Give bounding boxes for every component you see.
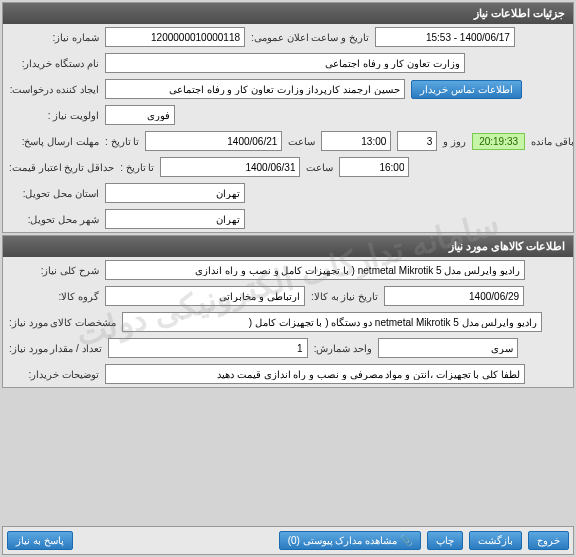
validity-label: حداقل تاریخ اعتبار قیمت: — [9, 162, 114, 173]
buyer-label: نام دستگاه خریدار: — [9, 58, 99, 69]
contact-buyer-button[interactable]: اطلاعات تماس خریدار — [411, 80, 522, 99]
view-attachments-button[interactable]: 📎 مشاهده مدارک پیوستی (0) — [279, 531, 421, 550]
need-date-label: تاریخ نیاز به کالا: — [311, 291, 378, 302]
footer-bar: خروج بازگشت چاپ 📎 مشاهده مدارک پیوستی (0… — [2, 526, 574, 555]
validity-date-field[interactable] — [160, 157, 300, 177]
days-and-label: روز و — [443, 136, 466, 147]
req-no-field[interactable] — [105, 27, 245, 47]
delivery-province-label: استان محل تحویل: — [9, 188, 99, 199]
print-button[interactable]: چاپ — [427, 531, 463, 550]
respond-button[interactable]: پاسخ به نیاز — [7, 531, 73, 550]
notes-field[interactable] — [105, 364, 525, 384]
validity-time-field[interactable] — [339, 157, 409, 177]
delivery-city-label: شهر محل تحویل: — [9, 214, 99, 225]
priority-label: اولویت نیاز : — [9, 110, 99, 121]
exit-button[interactable]: خروج — [528, 531, 569, 550]
qty-label: تعداد / مقدار مورد نیاز: — [9, 343, 102, 354]
until-label-2: تا تاریخ : — [120, 162, 154, 173]
goods-info-panel: اطلاعات کالاهای مورد نیاز شرح کلی نیاز: … — [2, 235, 574, 388]
deadline-label: مهلت ارسال پاسخ: — [9, 136, 99, 147]
req-no-label: شماره نیاز: — [9, 32, 99, 43]
desc-field[interactable] — [105, 260, 525, 280]
countdown-timer: 20:19:33 — [472, 133, 525, 150]
attach-label: مشاهده مدارک پیوستی (0) — [288, 535, 398, 546]
section1-header: جزئیات اطلاعات نیاز — [3, 3, 573, 24]
desc-label: شرح کلی نیاز: — [9, 265, 99, 276]
unit-field[interactable] — [378, 338, 518, 358]
back-button[interactable]: بازگشت — [469, 531, 522, 550]
spec-label: مشخصات کالای مورد نیاز: — [9, 317, 116, 328]
need-details-panel: جزئیات اطلاعات نیاز شماره نیاز: تاریخ و … — [2, 2, 574, 233]
days-field[interactable] — [397, 131, 437, 151]
public-date-label: تاریخ و ساعت اعلان عمومی: — [251, 32, 369, 43]
creator-field[interactable] — [105, 79, 405, 99]
time-label-2: ساعت — [306, 162, 333, 173]
creator-label: ایجاد کننده درخواست: — [9, 84, 99, 95]
until-label-1: تا تاریخ : — [105, 136, 139, 147]
unit-label: واحد شمارش: — [314, 343, 373, 354]
deadline-time-field[interactable] — [321, 131, 391, 151]
group-label: گروه کالا: — [9, 291, 99, 302]
group-field[interactable] — [105, 286, 305, 306]
public-date-field[interactable] — [375, 27, 515, 47]
deadline-date-field[interactable] — [145, 131, 282, 151]
buyer-field[interactable] — [105, 53, 465, 73]
time-label-1: ساعت — [288, 136, 315, 147]
notes-label: توضیحات خریدار: — [9, 369, 99, 380]
section2-header: اطلاعات کالاهای مورد نیاز — [3, 236, 573, 257]
need-date-field[interactable] — [384, 286, 524, 306]
paperclip-icon: 📎 — [400, 535, 412, 546]
spec-field[interactable] — [122, 312, 542, 332]
delivery-city-field[interactable] — [105, 209, 245, 229]
remaining-label: ساعت باقی مانده — [531, 136, 576, 147]
priority-field[interactable] — [105, 105, 175, 125]
qty-field[interactable] — [108, 338, 308, 358]
delivery-province-field[interactable] — [105, 183, 245, 203]
